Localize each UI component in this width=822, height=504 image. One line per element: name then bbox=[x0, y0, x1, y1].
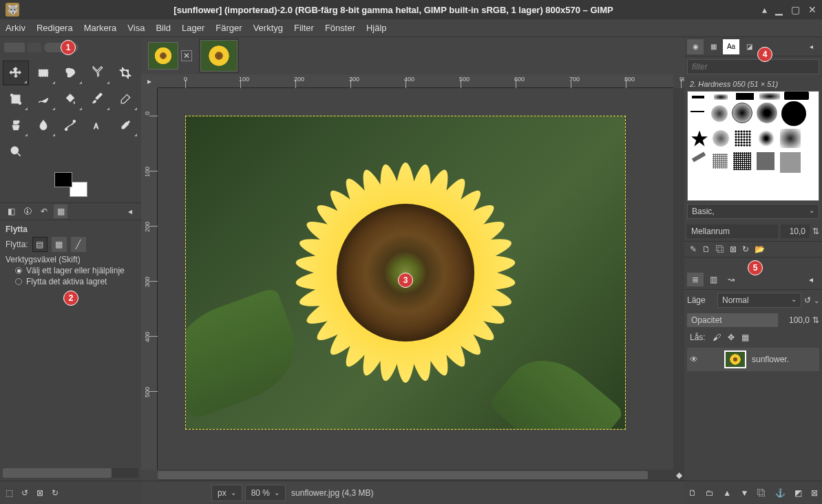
ruler-corner[interactable]: ▸ bbox=[141, 74, 158, 88]
close-tab-icon[interactable]: ✕ bbox=[181, 50, 192, 61]
menu-hjalp[interactable]: Hjälp bbox=[366, 23, 387, 33]
canvas-scrollbar-horizontal[interactable] bbox=[158, 470, 673, 481]
move-mode-selection[interactable]: ▦ bbox=[52, 237, 67, 252]
brush-grid[interactable] bbox=[687, 91, 819, 201]
opacity-stepper[interactable]: ⇅ bbox=[812, 315, 819, 325]
tab-channels[interactable]: ▥ bbox=[705, 273, 721, 286]
tab-undo-history[interactable]: ↶ bbox=[37, 204, 51, 218]
spacing-value[interactable]: 10,0 bbox=[781, 224, 810, 238]
canvas-scrollbar-vertical[interactable] bbox=[673, 88, 684, 470]
zoom-dropdown[interactable]: 80 %⌄ bbox=[245, 485, 286, 501]
tool-smudge[interactable] bbox=[30, 113, 56, 138]
tab-layers[interactable]: ≣ bbox=[687, 273, 704, 286]
image-tab-1[interactable]: ✕ bbox=[147, 41, 193, 71]
tool-rect-select[interactable] bbox=[30, 61, 56, 85]
mode-dropdown[interactable]: Normal⌄ bbox=[717, 293, 801, 308]
tab-patterns[interactable]: ▦ bbox=[705, 39, 721, 54]
spacing-stepper[interactable]: ⇅ bbox=[812, 227, 819, 236]
layer-name[interactable]: sunflower. bbox=[752, 355, 789, 364]
move-mode-path[interactable]: ╱ bbox=[71, 237, 86, 252]
tab-brushes[interactable]: ◉ bbox=[687, 39, 704, 54]
duplicate-brush-icon[interactable]: ⿻ bbox=[716, 244, 724, 254]
delete-options-icon[interactable]: ⊠ bbox=[36, 488, 43, 498]
tool-crop[interactable] bbox=[112, 61, 138, 85]
panel-menu-icon[interactable]: ◂ bbox=[803, 39, 819, 54]
tool-zoom[interactable] bbox=[3, 139, 29, 164]
menu-fonster[interactable]: Fönster bbox=[325, 23, 355, 33]
window-minimize-icon[interactable]: ▁ bbox=[775, 4, 783, 15]
tool-bucket-fill[interactable] bbox=[58, 87, 84, 112]
opacity-value[interactable]: 100,0 bbox=[781, 313, 810, 327]
tool-color-picker[interactable] bbox=[112, 113, 138, 138]
layer-visibility-icon[interactable]: 👁 bbox=[690, 355, 702, 364]
menu-verktyg[interactable]: Verktyg bbox=[253, 23, 283, 33]
radio-move-active[interactable]: Flytta det aktiva lagret bbox=[15, 277, 136, 286]
menu-lager[interactable]: Lager bbox=[182, 23, 204, 33]
tab-images[interactable]: ▦ bbox=[54, 204, 67, 218]
tool-move[interactable] bbox=[3, 61, 29, 85]
tool-eraser[interactable] bbox=[112, 87, 138, 112]
mode-reset-icon[interactable]: ↺ bbox=[804, 295, 811, 305]
window-close-icon[interactable]: ✕ bbox=[808, 4, 816, 15]
brush-preset-dropdown[interactable]: Basic,⌄ bbox=[687, 204, 819, 219]
tool-free-select[interactable] bbox=[58, 61, 84, 85]
unit-dropdown[interactable]: px⌄ bbox=[211, 485, 242, 501]
foreground-color[interactable] bbox=[54, 172, 72, 187]
delete-layer-icon[interactable]: ⊠ bbox=[811, 488, 818, 498]
layer-thumbnail[interactable] bbox=[724, 350, 746, 368]
color-swatch[interactable] bbox=[54, 172, 87, 197]
tool-unified-transform[interactable] bbox=[3, 87, 29, 112]
tab-paths[interactable]: ↝ bbox=[723, 273, 739, 286]
tab-tool-options[interactable]: ◧ bbox=[4, 204, 18, 218]
layer-item[interactable]: 👁 sunflower. bbox=[687, 348, 819, 371]
image-thumb bbox=[148, 42, 178, 70]
window-maximize-icon[interactable]: ▢ bbox=[791, 4, 800, 15]
menu-visa[interactable]: Visa bbox=[127, 23, 145, 33]
left-scrollbar[interactable] bbox=[3, 468, 138, 478]
mask-icon[interactable]: ◩ bbox=[794, 488, 802, 498]
tool-paintbrush[interactable] bbox=[85, 87, 111, 112]
new-brush-icon[interactable]: 🗋 bbox=[702, 244, 710, 254]
canvas-nav-icon[interactable]: ◆ bbox=[673, 470, 684, 481]
tool-warp[interactable] bbox=[30, 87, 56, 112]
menu-farger[interactable]: Färger bbox=[215, 23, 242, 33]
tab-document-history[interactable]: ◪ bbox=[741, 39, 757, 54]
menu-bild[interactable]: Bild bbox=[156, 23, 171, 33]
save-options-icon[interactable]: ⬚ bbox=[6, 488, 13, 498]
tab-device-status[interactable]: 🛈 bbox=[21, 204, 34, 218]
tab-fonts[interactable]: Aa bbox=[723, 39, 739, 54]
tool-fuzzy-select[interactable] bbox=[85, 61, 111, 85]
brush-filter-input[interactable] bbox=[687, 59, 819, 74]
tool-text[interactable]: A bbox=[85, 113, 111, 138]
menu-filter[interactable]: Filter bbox=[294, 23, 314, 33]
menu-redigera[interactable]: Redigera bbox=[36, 23, 73, 33]
tool-clone[interactable] bbox=[3, 113, 29, 138]
window-keep-above-icon[interactable]: ▴ bbox=[762, 4, 767, 15]
layer-down-icon[interactable]: ▼ bbox=[740, 488, 748, 498]
lock-pixels-icon[interactable]: 🖌 bbox=[713, 333, 721, 342]
open-brush-icon[interactable]: 📂 bbox=[755, 244, 765, 254]
menu-markera[interactable]: Markera bbox=[84, 23, 117, 33]
refresh-brush-icon[interactable]: ↻ bbox=[742, 244, 749, 254]
merge-down-icon[interactable]: ⚓ bbox=[775, 488, 786, 498]
radio-pick-layer[interactable]: Välj ett lager eller hjälplinje bbox=[15, 266, 136, 275]
restore-options-icon[interactable]: ↺ bbox=[21, 488, 28, 498]
lock-position-icon[interactable]: ✥ bbox=[728, 333, 735, 342]
menu-arkiv[interactable]: Arkiv bbox=[6, 23, 25, 33]
layer-up-icon[interactable]: ▲ bbox=[723, 488, 731, 498]
tool-paths[interactable] bbox=[58, 113, 84, 138]
edit-brush-icon[interactable]: ✎ bbox=[690, 244, 697, 254]
reset-options-icon[interactable]: ↻ bbox=[52, 488, 59, 498]
panel-menu-icon[interactable]: ◂ bbox=[803, 273, 819, 286]
ruler-horizontal[interactable]: 0100200300400500600700800900 bbox=[158, 74, 673, 88]
duplicate-layer-icon[interactable]: ⿻ bbox=[757, 488, 766, 498]
lock-alpha-icon[interactable]: ▦ bbox=[741, 333, 749, 342]
image-tab-2[interactable] bbox=[199, 39, 239, 73]
layer-group-icon[interactable]: 🗀 bbox=[706, 488, 714, 498]
ruler-vertical[interactable]: 0100200300400500 bbox=[141, 88, 158, 470]
canvas-viewport[interactable] bbox=[158, 88, 673, 470]
move-mode-layer[interactable]: ▤ bbox=[32, 237, 48, 252]
panel-menu-icon[interactable]: ◂ bbox=[123, 204, 137, 218]
new-layer-icon[interactable]: 🗋 bbox=[688, 488, 697, 498]
delete-brush-icon[interactable]: ⊠ bbox=[730, 244, 737, 254]
